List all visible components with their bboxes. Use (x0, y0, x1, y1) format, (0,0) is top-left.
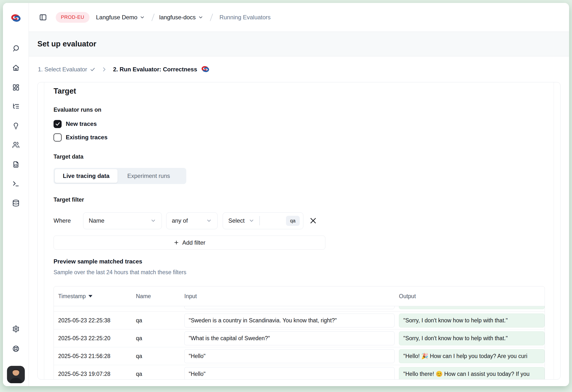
chevron-right-icon (101, 66, 107, 72)
page-title: Set up evaluator (37, 40, 96, 48)
filter-column-select[interactable]: Name (83, 212, 162, 229)
table-row: 2025-05-23 22:25:38 qa "Sweden is a coun… (54, 312, 545, 329)
clipped-input-box (184, 306, 395, 309)
step-run-evaluator: 2. Run Evaluator: Correctness (113, 66, 197, 73)
wizard-steps: 1. Select Evaluator 2. Run Evaluator: Co… (29, 56, 569, 82)
sort-desc-icon (89, 295, 92, 298)
target-filter-label: Target filter (54, 196, 84, 204)
column-header-timestamp[interactable]: Timestamp (54, 293, 136, 300)
cell-name: qa (136, 317, 184, 324)
evaluator-logo-icon (201, 66, 209, 73)
target-data-tabs: Live tracing data Experiment runs (54, 168, 186, 184)
column-header-output: Output (399, 293, 545, 300)
prompts-file-code-icon[interactable] (12, 161, 19, 168)
preview-traces-table: Timestamp Name Input Output 2025-05-23 2… (54, 286, 545, 379)
sidebar (3, 3, 29, 386)
filter-value-badge: qa (286, 216, 300, 226)
sidebar-toggle-icon[interactable] (39, 14, 47, 21)
app-window: PROD-EU Langfuse Demo langfuse-docs Runn… (3, 3, 569, 386)
tracing-icon[interactable] (12, 103, 19, 110)
chevron-down-icon (140, 15, 145, 20)
check-icon (90, 67, 95, 72)
dashboards-icon[interactable] (12, 84, 19, 91)
existing-traces-label: Existing traces (66, 134, 108, 141)
cell-timestamp: 2025-05-23 22:25:20 (54, 335, 136, 342)
new-traces-checkbox[interactable] (54, 120, 62, 128)
settings-gear-icon[interactable] (12, 325, 19, 333)
org-logo-icon[interactable] (11, 14, 21, 22)
runs-on-label: Evaluator runs on (54, 106, 101, 114)
chevron-down-icon (249, 218, 254, 224)
remove-filter-icon[interactable] (309, 217, 317, 225)
target-card: Target Evaluator runs on New traces Exis… (37, 82, 560, 379)
cell-input: "What is the capital of Sweden?" (184, 331, 395, 345)
chevron-down-icon (198, 15, 203, 20)
partially-scrolled-row (54, 306, 545, 312)
cell-timestamp: 2025-05-23 22:25:38 (54, 317, 136, 324)
table-header-row: Timestamp Name Input Output (54, 286, 545, 306)
table-row: 2025-05-23 22:25:20 qa "What is the capi… (54, 329, 545, 347)
cell-input: "Sweden is a country in Scandinavia. You… (184, 314, 395, 328)
tab-experiment-runs[interactable]: Experiment runs (118, 172, 180, 179)
page-title-band: Set up evaluator (29, 32, 569, 56)
cell-output: "Hello! 🎉 How can I help you today? Are … (399, 349, 545, 363)
cell-output: "Hello there! 😊 How can I assist you tod… (399, 367, 545, 379)
preview-title: Preview sample matched traces (54, 257, 142, 266)
table-row: 2025-05-23 19:07:28 qa "Hello" "Hello th… (54, 365, 545, 379)
clipped-output-box (399, 306, 545, 309)
breadcrumb-current-page: Running Evaluators (220, 14, 270, 21)
cell-input: "Hello" (184, 349, 395, 363)
breadcrumb-org[interactable]: Langfuse Demo (96, 14, 145, 21)
column-header-name: Name (136, 293, 184, 300)
add-filter-button[interactable]: Add filter (54, 235, 325, 250)
target-card-content: Target Evaluator runs on New traces Exis… (44, 82, 554, 379)
topbar: PROD-EU Langfuse Demo langfuse-docs Runn… (29, 3, 569, 32)
checkbox-row-existing-traces[interactable]: Existing traces (54, 133, 108, 142)
checkbox-row-new-traces[interactable]: New traces (54, 120, 97, 128)
cell-output: "Sorry, I don't know how to help with th… (399, 331, 545, 345)
evaluation-lightbulb-icon[interactable] (12, 122, 19, 129)
cell-timestamp: 2025-05-23 19:07:28 (54, 371, 136, 377)
breadcrumb-project[interactable]: langfuse-docs (159, 14, 203, 21)
cell-output: "Sorry, I don't know how to help with th… (399, 314, 545, 328)
datasets-database-icon[interactable] (12, 199, 19, 207)
breadcrumb-separator (208, 13, 215, 22)
support-lifebuoy-icon[interactable] (12, 345, 19, 352)
divider (259, 216, 260, 225)
cell-timestamp: 2025-05-23 21:56:28 (54, 353, 136, 360)
filter-row: Where Name any of Select (54, 212, 317, 229)
existing-traces-checkbox[interactable] (54, 133, 62, 141)
environment-badge: PROD-EU (56, 12, 89, 23)
target-heading: Target (54, 86, 76, 96)
home-icon[interactable] (12, 64, 19, 72)
column-header-input: Input (184, 293, 399, 300)
users-icon[interactable] (12, 141, 19, 149)
chevron-down-icon (206, 218, 212, 224)
user-avatar[interactable] (7, 366, 25, 383)
cell-name: qa (136, 371, 184, 377)
breadcrumb-separator (150, 13, 156, 22)
chevron-down-icon (150, 218, 156, 224)
filter-operator-select[interactable]: any of (166, 212, 218, 229)
tab-live-tracing-data[interactable]: Live tracing data (55, 169, 118, 183)
search-icon[interactable] (12, 45, 19, 52)
target-data-label: Target data (54, 153, 83, 160)
plus-icon (174, 240, 179, 245)
filter-where-label: Where (54, 217, 83, 224)
preview-subtitle: Sample over the last 24 hours that match… (54, 268, 186, 276)
playground-terminal-icon[interactable] (12, 180, 19, 188)
cell-input: "Hello" (184, 367, 395, 379)
filter-value-select[interactable]: Select qa (223, 212, 303, 229)
cell-name: qa (136, 353, 184, 360)
cell-name: qa (136, 335, 184, 342)
table-row: 2025-05-23 21:56:28 qa "Hello" "Hello! 🎉… (54, 347, 545, 365)
main-area: PROD-EU Langfuse Demo langfuse-docs Runn… (29, 3, 569, 386)
step-select-evaluator[interactable]: 1. Select Evaluator (38, 66, 95, 73)
new-traces-label: New traces (66, 121, 97, 127)
